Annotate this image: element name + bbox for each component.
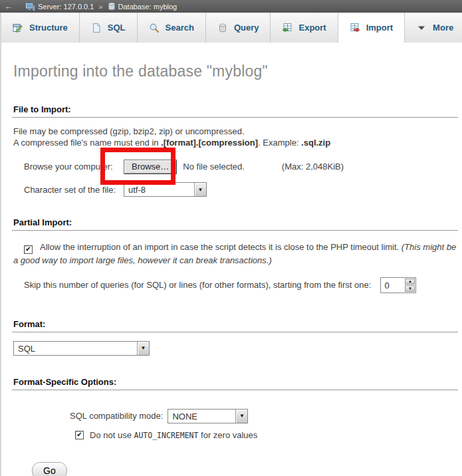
server-label: Server: 127.0.0.1 <box>38 3 94 11</box>
skip-queries-label: Skip this number of queries (for SQL) or… <box>24 280 371 290</box>
sql-compat-selected-value: NONE <box>168 410 235 423</box>
section-heading-format-options: Format-Specific Options: <box>12 377 458 390</box>
section-heading-partial-import: Partial Import: <box>12 217 458 231</box>
format-row: SQL <box>12 332 459 356</box>
search-icon <box>149 23 160 33</box>
section-heading-file-to-import: File to Import: <box>12 104 458 118</box>
charset-select[interactable]: utf-8 <box>124 182 207 197</box>
back-arrow-icon[interactable]: ← <box>4 1 13 11</box>
database-label: Database: myblog <box>118 3 177 11</box>
auto-increment-label-suffix: for zero values <box>198 430 257 440</box>
tab-label: More <box>433 23 453 33</box>
browse-file-row: Browse your computer: Browse… No file se… <box>12 158 459 175</box>
tab-import[interactable]: Import <box>338 13 405 43</box>
tab-more[interactable]: More <box>405 13 462 43</box>
tab-query[interactable]: Query <box>206 13 271 43</box>
tab-label: SQL <box>108 23 126 33</box>
tab-structure[interactable]: Structure <box>1 13 80 43</box>
form-actions: Go <box>32 462 459 476</box>
tab-sql[interactable]: SQL <box>80 13 138 43</box>
max-size-note: (Max: 2,048KiB) <box>282 162 344 172</box>
breadcrumb-separator: » <box>98 3 102 11</box>
export-icon <box>282 23 292 33</box>
allow-interruption-label: Allow the interruption of an import in c… <box>40 242 402 252</box>
auto-increment-label-prefix: Do not use <box>90 430 134 440</box>
auto-increment-keyword: AUTO_INCREMENT <box>134 431 199 440</box>
compression-note: File may be compressed (gzip, bzip2, zip… <box>13 126 245 136</box>
query-icon <box>217 23 228 33</box>
filename-example-label: . Example: <box>258 138 301 148</box>
sql-compat-select[interactable]: NONE <box>168 409 248 423</box>
skip-queries-value: 0 <box>381 278 404 293</box>
format-selected-value: SQL <box>14 342 137 355</box>
import-page: Importing into the database "myblog" Fil… <box>1 62 462 476</box>
skip-queries-stepper[interactable]: 0 ▲ ▼ <box>380 277 416 293</box>
dropdown-arrow-icon[interactable] <box>137 342 149 355</box>
dropdown-arrow-icon[interactable] <box>235 410 247 423</box>
allow-interruption-row: Allow the interruption of an import in c… <box>12 241 459 267</box>
breadcrumb: ← Server: 127.0.0.1 » Database: myblog <box>0 0 462 13</box>
database-icon <box>108 2 116 11</box>
section-heading-format: Format: <box>12 319 458 332</box>
tab-label: Search <box>166 23 194 33</box>
tab-label: Query <box>234 23 259 33</box>
skip-queries-row: Skip this number of queries (for SQL) or… <box>12 277 459 294</box>
stepper-up-icon[interactable]: ▲ <box>405 279 415 285</box>
chevron-down-icon <box>416 23 427 33</box>
sql-compat-row: SQL compatibility mode: NONE <box>12 408 459 424</box>
dropdown-arrow-icon[interactable] <box>194 183 206 196</box>
tab-label: Import <box>366 23 393 33</box>
sql-compat-label: SQL compatibility mode: <box>70 411 163 421</box>
charset-row: Character set of the file: utf-8 <box>12 181 459 197</box>
filename-note: A compressed file's name must end in <box>13 138 161 148</box>
tab-label: Structure <box>29 23 68 33</box>
filename-example: .sql.zip <box>301 138 330 148</box>
stepper-down-icon[interactable]: ▼ <box>405 285 415 292</box>
breadcrumb-server[interactable]: Server: 127.0.0.1 <box>25 2 94 11</box>
structure-icon <box>13 23 23 33</box>
tab-export[interactable]: Export <box>271 13 338 43</box>
import-icon <box>350 23 360 33</box>
auto-increment-checkbox[interactable] <box>75 431 84 439</box>
browse-label: Browse your computer: <box>24 162 124 172</box>
no-file-selected-text: No file selected. <box>183 162 245 172</box>
charset-label: Character set of the file: <box>24 185 124 195</box>
sql-icon <box>91 23 102 33</box>
charset-selected-value: utf-8 <box>124 183 194 196</box>
tab-label: Export <box>298 23 326 33</box>
auto-increment-row: Do not use AUTO_INCREMENT for zero value… <box>12 430 459 440</box>
page-title: Importing into the database "myblog" <box>13 62 459 80</box>
format-select[interactable]: SQL <box>13 341 150 356</box>
go-button[interactable]: Go <box>32 462 67 476</box>
auto-increment-label: Do not use AUTO_INCREMENT for zero value… <box>90 430 257 440</box>
tab-bar: Structure SQL Search <box>1 13 462 43</box>
breadcrumb-database[interactable]: Database: myblog <box>108 2 177 11</box>
server-icon <box>25 2 35 11</box>
filename-pattern: .[format].[compression] <box>161 138 258 148</box>
stepper-arrows: ▲ ▼ <box>404 278 415 293</box>
file-import-help-text: File may be compressed (gzip, bzip2, zip… <box>12 126 459 148</box>
browse-button[interactable]: Browse… <box>124 160 177 174</box>
tab-search[interactable]: Search <box>138 13 206 43</box>
allow-interruption-checkbox[interactable] <box>24 245 33 254</box>
